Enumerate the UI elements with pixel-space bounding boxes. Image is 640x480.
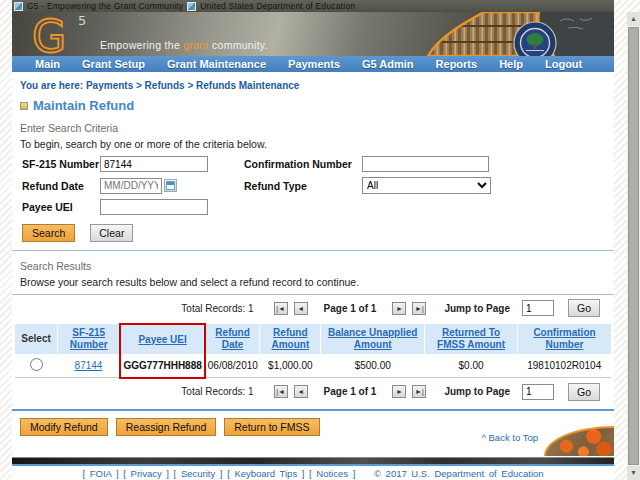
search-results-heading: Search Results [20,260,614,272]
actions-divider [12,409,614,411]
refund-date-cell: 06/08/2010 [205,354,260,378]
clear-button[interactable]: Clear [90,224,133,242]
total-records-bottom: Total Records: 1 [181,386,253,397]
footer-link-notices[interactable]: [ Notices ] [309,468,355,479]
jump-to-page-input[interactable] [522,300,554,316]
breadcrumb-link-payments[interactable]: Payments [86,80,133,91]
col-balance-unapplied: Balance Unapplied Amount [321,324,425,354]
pagination-bottom: Total Records: 1 |◄ ◄ Page 1 of 1 ► ►| J… [12,379,614,405]
table-header-row: Select SF-215 Number Payee UEI Refund Da… [15,324,611,354]
banner-art [422,12,614,56]
scroll-down-arrow[interactable]: ▼ [627,466,640,480]
next-page-button[interactable]: ► [392,302,406,315]
jump-to-page-label: Jump to Page [444,303,510,314]
scroll-up-arrow[interactable]: ▲ [627,12,640,26]
nav-item-help[interactable]: Help [488,58,534,70]
footer-link-security[interactable]: [ Security ] [174,468,223,479]
tagline: Empowering the grant community. [100,39,268,51]
nav-item-grant-setup[interactable]: Grant Setup [71,58,156,70]
returned-fmss-cell: $0.00 [425,354,518,378]
col-returned-fmss: Returned To FMSS Amount [425,324,518,354]
confirmation-label: Confirmation Number [244,158,362,170]
table-row: 87144 GGG777HHH888 06/08/2010 $1,000.00 … [15,354,611,378]
results-hint: Browse your search results below and sel… [20,276,614,288]
footer-link-privacy[interactable]: [ Privacy ] [123,468,169,479]
nav-item-grant-maintenance[interactable]: Grant Maintenance [156,58,277,70]
nav-item-payments[interactable]: Payments [277,58,351,70]
prev-page-button-bottom[interactable]: ◄ [294,385,308,398]
prev-page-button[interactable]: ◄ [294,302,308,315]
g5-title-label: G5 - Empowering the Grant Community [27,1,183,11]
col-confirmation: Confirmation Number [517,324,611,354]
ed-favicon-icon [187,2,196,11]
refund-type-label: Refund Type [244,180,362,192]
next-page-button-bottom[interactable]: ► [392,385,406,398]
page-indicator: Page 1 of 1 [324,303,377,314]
refund-type-select[interactable]: All [362,177,491,194]
return-to-fmss-button[interactable]: Return to FMSS [224,418,319,436]
refund-date-label: Refund Date [22,180,100,192]
results-table: Select SF-215 Number Payee UEI Refund Da… [15,323,611,379]
application-window: G5 - Empowering the Grant Community Unit… [12,0,614,480]
nav-item-main[interactable]: Main [24,58,71,70]
copyright: © 2017 U.S. Department of Education [374,468,544,479]
sf215-input[interactable] [100,156,208,172]
jump-to-page-label-bottom: Jump to Page [444,386,510,397]
search-form: SF-215 Number Confirmation Number Refund… [22,156,614,215]
breadcrumb: You are here: Payments > Refunds > Refun… [20,80,614,91]
select-record-radio[interactable] [30,358,43,371]
ed-title-label: United States Department of Education [200,1,355,11]
svg-text:5: 5 [78,13,86,28]
jump-to-page-input-bottom[interactable] [522,384,554,400]
nav-item-g5-admin[interactable]: G5 Admin [351,58,425,70]
banner: G 5 Empowering the grant community. [12,12,614,56]
g5-favicon-icon [14,2,23,11]
footer-link-keyboard-tips[interactable]: [ Keyboard Tips ] [227,468,304,479]
balance-unapplied-cell: $500.00 [321,354,425,378]
last-page-button[interactable]: ►| [412,302,426,315]
tagline-grant: grant [183,39,208,51]
col-sf215: SF-215 Number [58,324,121,354]
title-strip: G5 - Empowering the Grant Community Unit… [12,0,614,12]
breadcrumb-prefix: You are here: [20,80,83,91]
footer: [ FOIA ] [ Privacy ] [ Security ] [ Keyb… [12,468,614,479]
col-refund-amount: Refund Amount [260,324,321,354]
nav-item-logout[interactable]: Logout [534,58,593,70]
modify-refund-button[interactable]: Modify Refund [20,418,108,436]
scrollbar-thumb[interactable] [628,27,639,465]
col-select: Select [15,324,58,354]
sf215-link[interactable]: 87144 [75,360,103,371]
page-indicator-bottom: Page 1 of 1 [324,386,377,397]
search-criteria-heading: Enter Search Criteria [20,122,614,134]
first-page-button[interactable]: |◄ [274,302,288,315]
last-page-button-bottom[interactable]: ►| [412,385,426,398]
nav-item-reports[interactable]: Reports [425,58,489,70]
go-button-bottom[interactable]: Go [568,383,600,401]
confirmation-cell: 19810102R0104 [517,354,611,378]
breadcrumb-link-refunds[interactable]: Refunds [145,80,185,91]
col-payee-uei-highlighted: Payee UEI [120,324,204,354]
page-title: Maintain Refund [33,98,134,113]
sf215-label: SF-215 Number [22,158,100,170]
back-to-top-link[interactable]: ^ Back to Top [481,432,538,443]
reassign-refund-button[interactable]: Reassign Refund [116,418,217,436]
total-records: Total Records: 1 [181,303,253,314]
payee-uei-cell: GGG777HHH888 [120,354,204,378]
main-nav: Main Grant Setup Grant Maintenance Payme… [12,56,614,72]
search-hint: To begin, search by one or more of the c… [20,138,614,150]
calendar-icon[interactable] [164,179,177,192]
footer-link-foia[interactable]: [ FOIA ] [82,468,118,479]
col-refund-date: Refund Date [205,324,260,354]
go-button[interactable]: Go [568,299,600,317]
section-bullet-icon [20,102,28,110]
refund-date-input[interactable] [100,178,162,194]
search-button[interactable]: Search [22,224,75,242]
svg-text:G: G [32,12,66,56]
payee-uei-input[interactable] [100,199,208,215]
first-page-button-bottom[interactable]: |◄ [274,385,288,398]
breadcrumb-link-refunds-maintenance[interactable]: Refunds Maintenance [196,80,299,91]
section-divider [12,250,614,251]
confirmation-input[interactable] [362,156,489,172]
footer-photo-strip [12,457,614,466]
payee-uei-label: Payee UEI [22,201,100,213]
